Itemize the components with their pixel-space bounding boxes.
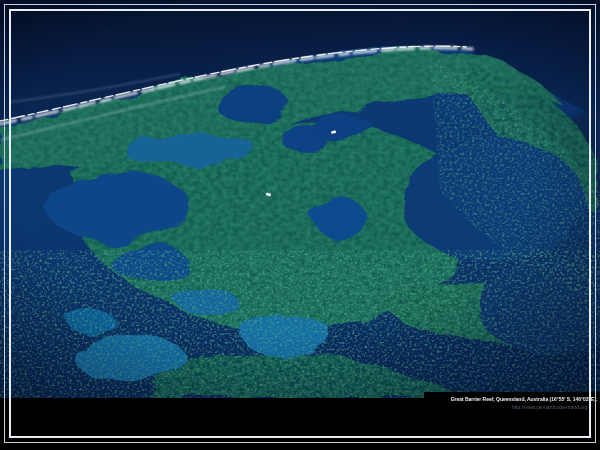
wallpaper-canvas: Great Barrier Reef, Queensland, Australi…: [0, 0, 600, 450]
caption-location-text: Great Barrier Reef, Queensland, Australi…: [450, 395, 597, 402]
reef-photo: [0, 0, 600, 398]
reef-photo-art: [0, 0, 600, 398]
photo-caption: Great Barrier Reef, Queensland, Australi…: [424, 392, 600, 416]
caption-url-text: http://www.yannarthusbertrand.org: [512, 403, 588, 410]
